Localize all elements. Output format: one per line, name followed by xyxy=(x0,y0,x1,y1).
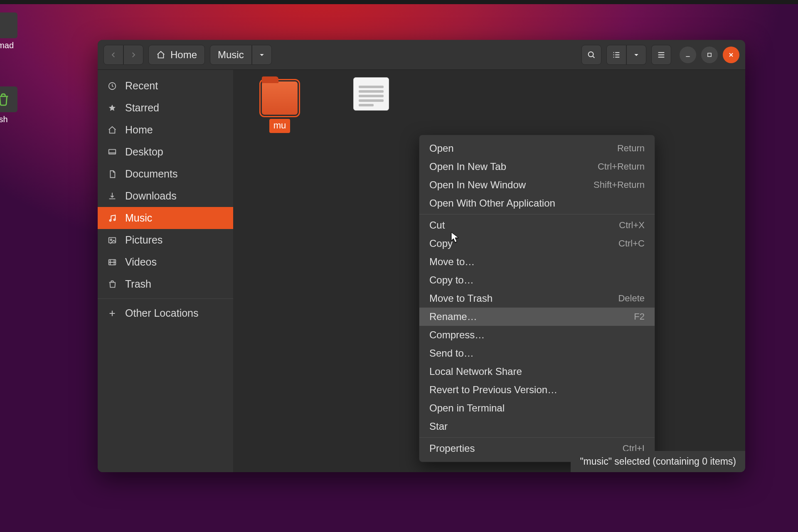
menu-item[interactable]: Open in Terminal xyxy=(419,399,655,417)
menu-item[interactable]: Open With Other Application xyxy=(419,194,655,212)
sidebar-item-label: Documents xyxy=(125,168,177,180)
sidebar-item-label: Downloads xyxy=(125,190,177,202)
menu-item[interactable]: Compress… xyxy=(419,326,655,344)
menu-item[interactable]: Local Network Share xyxy=(419,362,655,381)
menu-item-label: Revert to Previous Version… xyxy=(429,384,557,396)
pictures-icon xyxy=(107,235,118,246)
menu-item-accel: Ctrl+C xyxy=(618,238,645,249)
documents-icon xyxy=(107,169,118,180)
home-icon xyxy=(156,50,165,59)
menu-item[interactable]: CutCtrl+X xyxy=(419,216,655,234)
sidebar-item-label: Starred xyxy=(125,102,159,114)
menu-item-label: Open xyxy=(429,143,454,154)
menu-item[interactable]: Move to… xyxy=(419,253,655,271)
minimize-button[interactable] xyxy=(680,47,696,63)
menu-item-label: Rename… xyxy=(429,311,477,323)
close-button[interactable] xyxy=(723,47,739,63)
path-dropdown-button[interactable] xyxy=(252,45,272,65)
sidebar-item-label: Music xyxy=(125,212,152,224)
sidebar-item-videos[interactable]: Videos xyxy=(98,251,233,273)
sidebar-item-trash[interactable]: Trash xyxy=(98,273,233,295)
menu-item-label: Local Network Share xyxy=(429,366,522,377)
file-item-folder[interactable]: mu xyxy=(255,81,305,133)
context-menu: OpenReturnOpen In New TabCtrl+ReturnOpen… xyxy=(419,135,655,462)
menu-item[interactable]: Move to TrashDelete xyxy=(419,289,655,308)
menu-item-label: Copy xyxy=(429,238,453,249)
sidebar-item-downloads[interactable]: Downloads xyxy=(98,185,233,207)
menu-item-label: Move to… xyxy=(429,256,475,268)
sidebar-separator xyxy=(98,298,233,299)
sidebar-item-label: Trash xyxy=(125,278,151,290)
nav-buttons xyxy=(103,45,143,65)
menu-item[interactable]: Star xyxy=(419,417,655,436)
hamburger-menu-button[interactable] xyxy=(651,45,671,65)
menu-item-accel: Ctrl+X xyxy=(619,220,645,231)
path-home[interactable]: Home xyxy=(148,45,205,65)
sidebar: Recent Starred Home Desktop Documents Do… xyxy=(98,70,233,472)
menu-item-label: Cut xyxy=(429,219,445,231)
menu-item-accel: Shift+Return xyxy=(594,180,645,190)
desktop-icon xyxy=(107,147,118,158)
svg-point-4 xyxy=(110,219,111,221)
svg-rect-1 xyxy=(708,53,711,56)
menu-item[interactable]: Send to… xyxy=(419,344,655,362)
search-button[interactable] xyxy=(581,45,601,65)
view-controls xyxy=(606,45,646,65)
view-dropdown-button[interactable] xyxy=(626,45,646,65)
menu-item-accel: F2 xyxy=(634,311,645,322)
sidebar-item-starred[interactable]: Starred xyxy=(98,97,233,119)
sidebar-item-recent[interactable]: Recent xyxy=(98,75,233,97)
sidebar-item-home[interactable]: Home xyxy=(98,119,233,141)
sidebar-item-documents[interactable]: Documents xyxy=(98,163,233,185)
sidebar-item-label: Other Locations xyxy=(125,307,199,319)
menu-item[interactable]: CopyCtrl+C xyxy=(419,234,655,253)
menu-item-label: Open In New Tab xyxy=(429,161,506,172)
top-panel xyxy=(0,0,798,4)
menu-item[interactable]: Rename…F2 xyxy=(419,308,655,326)
list-view-button[interactable] xyxy=(606,45,626,65)
svg-rect-3 xyxy=(109,149,116,154)
sidebar-item-pictures[interactable]: Pictures xyxy=(98,229,233,251)
menu-item[interactable]: Open In New TabCtrl+Return xyxy=(419,158,655,176)
menu-item-accel: Return xyxy=(617,143,645,154)
desktop-icon-label: sh xyxy=(0,115,8,124)
menu-item[interactable]: Revert to Previous Version… xyxy=(419,381,655,399)
menu-item[interactable]: Open In New WindowShift+Return xyxy=(419,176,655,194)
status-text: "music" selected (containing 0 items) xyxy=(580,456,736,467)
forward-button[interactable] xyxy=(123,45,143,65)
star-icon xyxy=(107,103,118,113)
content-area[interactable]: mu OpenReturnOpen In New TabCtrl+ReturnO… xyxy=(233,70,745,472)
back-button[interactable] xyxy=(103,45,123,65)
menu-item-label: Properties xyxy=(429,443,475,454)
sidebar-item-label: Recent xyxy=(125,80,158,92)
folder-icon xyxy=(0,12,17,38)
desktop-icon-folder[interactable]: nmad xyxy=(0,12,21,50)
path-home-label: Home xyxy=(170,49,197,61)
path-current-group: Music xyxy=(210,45,272,65)
plus-icon xyxy=(107,308,118,319)
menu-item-label: Compress… xyxy=(429,329,485,341)
sidebar-item-desktop[interactable]: Desktop xyxy=(98,141,233,163)
file-item-document[interactable] xyxy=(346,77,396,115)
maximize-button[interactable] xyxy=(701,47,718,63)
document-icon xyxy=(353,77,389,111)
desktop-icon-label: nmad xyxy=(0,41,14,50)
sidebar-item-other-locations[interactable]: Other Locations xyxy=(98,302,233,324)
path-current[interactable]: Music xyxy=(210,45,252,65)
menu-item[interactable]: Copy to… xyxy=(419,271,655,289)
music-icon xyxy=(107,213,118,224)
file-manager-window: Home Music xyxy=(98,40,745,472)
trash-icon xyxy=(107,279,118,290)
sidebar-item-music[interactable]: Music xyxy=(98,207,233,229)
menu-item-accel: Delete xyxy=(618,293,645,304)
menu-separator xyxy=(419,437,655,438)
menu-item-label: Open in Terminal xyxy=(429,402,505,414)
menu-separator xyxy=(419,214,655,214)
sidebar-item-label: Desktop xyxy=(125,146,163,158)
menu-item-accel: Ctrl+Return xyxy=(598,161,645,172)
menu-item-label: Open In New Window xyxy=(429,179,526,191)
svg-point-0 xyxy=(589,52,594,57)
menu-item[interactable]: OpenReturn xyxy=(419,139,655,158)
desktop-icon-trash[interactable]: sh xyxy=(0,86,21,124)
menu-item-label: Copy to… xyxy=(429,274,474,286)
